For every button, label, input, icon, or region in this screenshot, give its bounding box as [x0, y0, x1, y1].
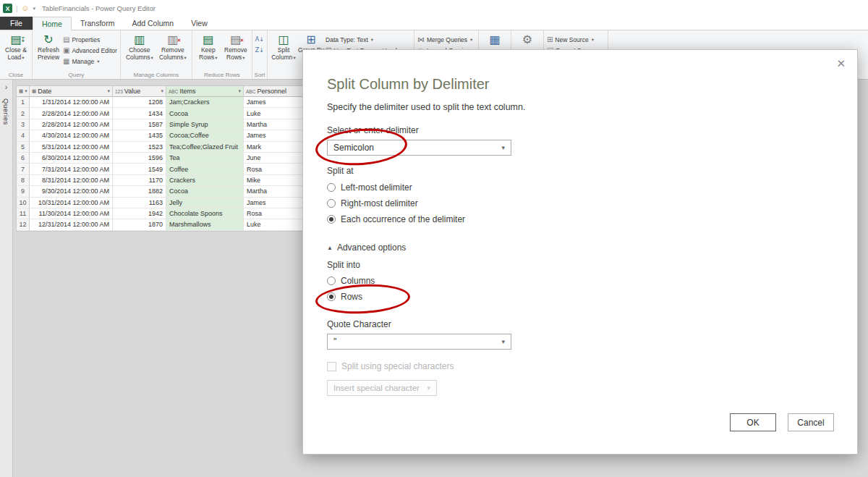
sort-ascending-button[interactable] [255, 35, 264, 44]
cell-value[interactable]: 1942 [113, 208, 166, 219]
sort-descending-button[interactable] [255, 46, 264, 55]
new-source-button[interactable]: New Source▾ [547, 35, 605, 44]
row-number[interactable]: 8 [17, 175, 30, 186]
sort-ascending-icon [255, 35, 264, 44]
cell-items[interactable]: Simple Syrup [166, 119, 244, 130]
refresh-preview-button[interactable]: Refresh Preview [35, 33, 61, 62]
split-column-button[interactable]: Split Column▾ [271, 33, 297, 62]
tab-add-column[interactable]: Add Column [123, 17, 182, 30]
radio-icon [327, 199, 336, 208]
cell-date[interactable]: 2/28/2014 12:00:00 AM [30, 119, 113, 130]
row-number[interactable]: 3 [17, 119, 30, 130]
quick-access-dropdown-icon[interactable]: ▾ [33, 6, 36, 12]
cell-value[interactable]: 1208 [113, 97, 166, 108]
cell-value[interactable]: 1523 [113, 142, 166, 153]
cell-date[interactable]: 1/31/2014 12:00:00 AM [30, 97, 113, 108]
column-header-items[interactable]: ABC Items [166, 86, 244, 97]
radio-split-into-rows[interactable]: Rows [327, 292, 362, 302]
cell-date[interactable]: 10/31/2014 12:00:00 AM [30, 198, 113, 208]
cell-date[interactable]: 6/30/2014 12:00:00 AM [30, 153, 113, 164]
radio-each-occurrence[interactable]: Each occurrence of the delimiter [327, 214, 465, 224]
delimiter-dropdown[interactable]: Semicolon [327, 140, 511, 156]
cell-items[interactable]: Coffee [166, 164, 244, 174]
column-header-value[interactable]: 123 Value [113, 86, 166, 97]
cell-value[interactable]: 1882 [113, 186, 166, 197]
cancel-button[interactable]: Cancel [788, 413, 834, 431]
cell-items[interactable]: Chocolate Spoons [166, 208, 244, 219]
cell-value[interactable]: 1549 [113, 164, 166, 174]
row-number[interactable]: 2 [17, 108, 30, 119]
row-number[interactable]: 5 [17, 142, 30, 153]
cell-items[interactable]: Crackers [166, 175, 244, 186]
tab-view[interactable]: View [182, 17, 216, 30]
cell-items[interactable]: Tea [166, 153, 244, 164]
table-row: 66/30/2014 12:00:00 AM1596TeaJune [17, 153, 313, 164]
split-special-characters-checkbox[interactable]: Split using special characters [327, 361, 454, 371]
qat-separator: | [16, 5, 17, 12]
data-source-settings-button[interactable] [514, 33, 540, 46]
radio-split-into-columns[interactable]: Columns [327, 276, 375, 286]
tab-transform[interactable]: Transform [72, 17, 123, 30]
quote-character-dropdown[interactable]: " [327, 334, 511, 350]
cell-value[interactable]: 1434 [113, 108, 166, 119]
cell-items[interactable]: Jam;Crackers [166, 97, 244, 108]
queries-pane-label: Queries [2, 98, 10, 125]
cell-date[interactable]: 11/30/2014 12:00:00 AM [30, 208, 113, 219]
close-and-load-button[interactable]: Close & Load▾ [3, 33, 29, 62]
data-type-button[interactable]: Data Type: Text▾ [326, 35, 411, 44]
radio-right-most-delimiter[interactable]: Right-most delimiter [327, 198, 418, 208]
manage-button[interactable]: Manage▾ [63, 56, 117, 66]
row-number[interactable]: 12 [17, 219, 30, 230]
row-number[interactable]: 4 [17, 130, 30, 141]
cell-date[interactable]: 8/31/2014 12:00:00 AM [30, 175, 113, 186]
cell-items[interactable]: Jelly [166, 198, 244, 208]
table-row: 99/30/2014 12:00:00 AM1882CocoaMartha [17, 186, 313, 197]
collapse-triangle-icon: ▲ [327, 245, 333, 251]
queries-pane[interactable]: › Queries [0, 80, 13, 477]
column-header-date[interactable]: ▦ Date [30, 86, 113, 97]
queries-pane-expander-icon[interactable]: › [5, 80, 8, 91]
cell-items[interactable]: Cocoa;Coffee [166, 130, 244, 141]
choose-columns-button[interactable]: Choose Columns▾ [124, 33, 156, 62]
cell-value[interactable]: 1170 [113, 175, 166, 186]
row-number[interactable]: 10 [17, 198, 30, 208]
tab-home[interactable]: Home [33, 17, 72, 30]
advanced-options-toggle[interactable]: ▲ Advanced options [327, 242, 406, 253]
remove-rows-button[interactable]: Remove Rows▾ [223, 33, 249, 62]
remove-columns-button[interactable]: Remove Columns▾ [157, 33, 189, 62]
data-source-settings-icon [522, 33, 532, 46]
advanced-editor-button[interactable]: Advanced Editor [63, 46, 117, 55]
cell-date[interactable]: 5/31/2014 12:00:00 AM [30, 142, 113, 153]
row-number[interactable]: 7 [17, 164, 30, 174]
cell-date[interactable]: 2/28/2014 12:00:00 AM [30, 108, 113, 119]
cell-date[interactable]: 9/30/2014 12:00:00 AM [30, 186, 113, 197]
ok-button[interactable]: OK [730, 413, 776, 431]
merge-queries-button[interactable]: Merge Queries▾ [417, 35, 475, 44]
cell-value[interactable]: 1596 [113, 153, 166, 164]
cell-items[interactable]: Cocoa [166, 108, 244, 119]
feedback-smiley-icon[interactable]: ☺ [21, 4, 29, 12]
dialog-close-icon[interactable]: ✕ [836, 57, 846, 70]
keep-rows-button[interactable]: Keep Rows▾ [195, 33, 221, 62]
row-number[interactable]: 6 [17, 153, 30, 164]
tab-file[interactable]: File [0, 17, 33, 30]
properties-button[interactable]: Properties [63, 35, 117, 44]
cell-items[interactable]: Cocoa [166, 186, 244, 197]
insert-special-character-dropdown[interactable]: Insert special character [327, 380, 437, 396]
cell-value[interactable]: 1163 [113, 198, 166, 208]
cell-date[interactable]: 4/30/2014 12:00:00 AM [30, 130, 113, 141]
cell-value[interactable]: 1435 [113, 130, 166, 141]
row-number[interactable]: 9 [17, 186, 30, 197]
cell-items[interactable]: Marshmallows [166, 219, 244, 230]
cell-date[interactable]: 7/31/2014 12:00:00 AM [30, 164, 113, 174]
radio-icon [327, 183, 336, 192]
row-number[interactable]: 11 [17, 208, 30, 219]
cell-date[interactable]: 12/31/2014 12:00:00 AM [30, 219, 113, 230]
table-corner-menu[interactable]: ▦ [17, 86, 30, 97]
cell-items[interactable]: Tea;Coffee;Glazed Fruit [166, 142, 244, 153]
radio-left-most-delimiter[interactable]: Left-most delimiter [327, 182, 412, 193]
cell-value[interactable]: 1587 [113, 119, 166, 130]
manage-parameters-button[interactable] [482, 33, 508, 46]
row-number[interactable]: 1 [17, 97, 30, 108]
cell-value[interactable]: 1870 [113, 219, 166, 230]
